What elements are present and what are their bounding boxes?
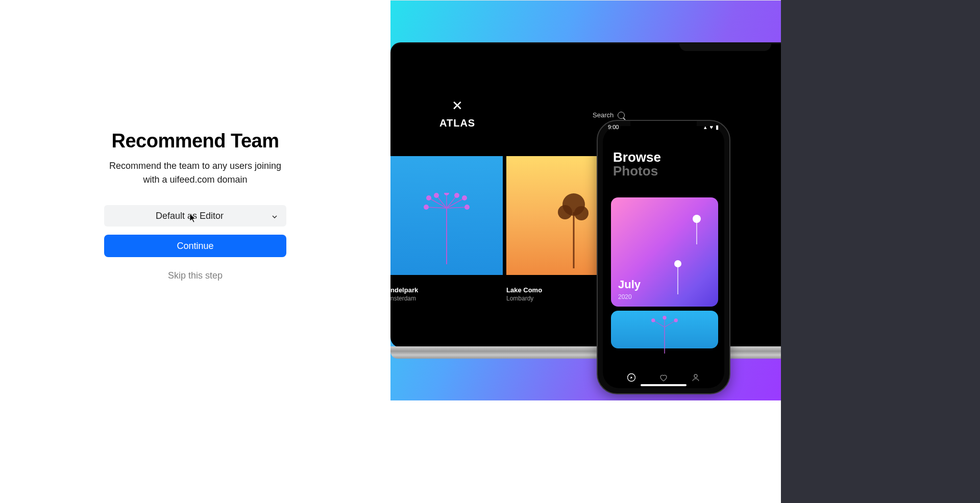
svg-line-26 [665, 320, 676, 327]
edge-strip [781, 0, 980, 503]
svg-point-22 [674, 260, 681, 267]
svg-line-24 [653, 320, 665, 327]
phone-mockup: 9:00 ▴ ♥ ▮ Browse Photos [597, 120, 730, 394]
svg-point-29 [674, 318, 678, 322]
svg-point-31 [694, 374, 697, 378]
flower-icon [419, 193, 475, 264]
photo-thumb [390, 156, 503, 275]
svg-point-27 [651, 318, 655, 322]
flower-icon [685, 214, 708, 244]
svg-point-17 [558, 205, 572, 219]
phone-heading: Browse Photos [613, 150, 661, 179]
phone-status-icons: ▴ ♥ ▮ [704, 124, 719, 131]
atlas-search-label: Search [593, 111, 614, 119]
phone-home-indicator [641, 384, 687, 386]
phone-tabbar [603, 368, 724, 382]
role-select-wrap: Default as Editor [104, 205, 286, 227]
svg-point-8 [426, 195, 431, 200]
close-icon: ✕ [452, 99, 463, 112]
tree-icon [551, 192, 597, 268]
atlas-search[interactable]: Search [593, 111, 625, 119]
stage: Recommend Team Recommend the team to any… [0, 0, 980, 503]
onboarding-form: Recommend Team Recommend the team to any… [104, 130, 286, 281]
svg-point-10 [444, 193, 449, 195]
svg-line-6 [447, 207, 467, 208]
svg-point-28 [663, 316, 666, 319]
role-select[interactable]: Default as Editor [104, 205, 286, 227]
flower-icon [636, 316, 693, 354]
atlas-header: ✕ ATLAS [439, 99, 475, 129]
svg-point-9 [434, 193, 439, 198]
svg-line-5 [447, 198, 464, 208]
phone-heading-line1: Browse [613, 150, 661, 164]
role-select-value: Default as Editor [156, 211, 224, 221]
phone-photo-card[interactable]: July 2020 [611, 197, 718, 307]
atlas-photo-grid: ndelpark nsterdam [390, 156, 619, 302]
heading: Recommend Team [111, 130, 279, 152]
svg-point-12 [462, 195, 467, 200]
user-icon[interactable] [691, 373, 700, 382]
svg-point-14 [424, 205, 429, 210]
heart-icon[interactable] [659, 373, 668, 382]
photo-title: ndelpark [390, 286, 503, 294]
laptop-notch [679, 44, 771, 51]
svg-point-18 [574, 206, 589, 220]
phone-screen: Browse Photos July 2020 [603, 126, 724, 388]
subheading: Recommend the team to any users joining … [104, 159, 286, 187]
compass-icon[interactable] [627, 373, 636, 382]
flower-icon [668, 259, 688, 294]
atlas-logo: ATLAS [439, 117, 475, 129]
phone-heading-line2: Photos [613, 164, 661, 178]
phone-photo-card-secondary[interactable] [611, 311, 718, 348]
svg-line-1 [429, 198, 447, 208]
left-panel: Recommend Team Recommend the team to any… [0, 0, 390, 503]
svg-line-7 [426, 207, 447, 208]
photo-card[interactable]: ndelpark nsterdam [390, 156, 503, 302]
phone-card-year: 2020 [618, 293, 632, 300]
phone-notch [630, 121, 697, 132]
photo-subtitle: nsterdam [390, 295, 503, 302]
skip-step-link[interactable]: Skip this step [168, 270, 223, 281]
right-panel: ✕ ATLAS Search [390, 1, 781, 400]
search-icon [618, 112, 625, 119]
phone-time: 9:00 [608, 124, 619, 131]
svg-point-11 [454, 193, 459, 198]
phone-card-month: July [618, 278, 641, 291]
svg-point-20 [693, 215, 701, 223]
svg-point-13 [464, 205, 470, 210]
continue-button[interactable]: Continue [104, 235, 286, 257]
